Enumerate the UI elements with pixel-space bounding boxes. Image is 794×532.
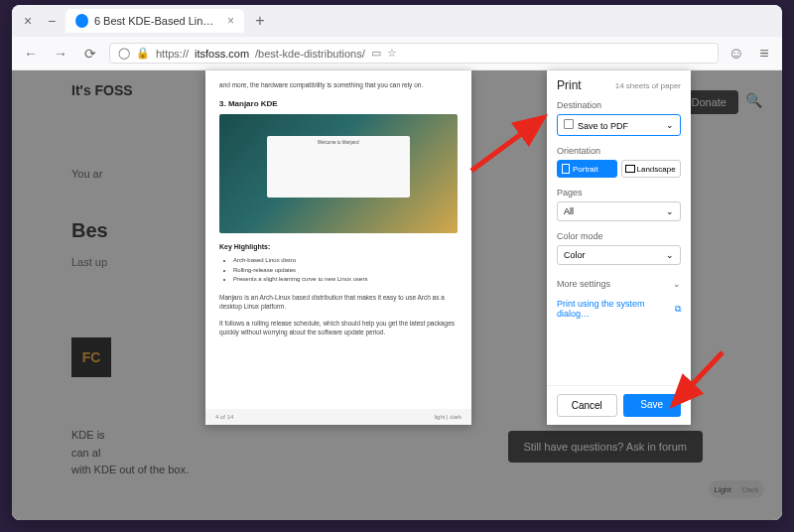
- url-bar: ← → ⟳ ◯ 🔒 https://itsfoss.com/best-kde-d…: [12, 37, 782, 70]
- print-title: Print: [557, 78, 582, 92]
- new-tab-button[interactable]: +: [248, 12, 272, 30]
- reader-icon[interactable]: ▭: [371, 47, 381, 60]
- preview-screenshot: Welcome to Manjaro!: [219, 114, 458, 233]
- preview-footer-right: light | dark: [434, 414, 462, 420]
- color-value: Color: [564, 250, 586, 260]
- portrait-button[interactable]: Portrait: [557, 160, 617, 178]
- bookmark-icon[interactable]: ☆: [387, 47, 397, 60]
- destination-value: Save to PDF: [578, 121, 628, 131]
- chevron-down-icon: ⌄: [666, 206, 674, 216]
- preview-text: Manjaro is an Arch-Linux based distribut…: [219, 293, 458, 311]
- preview-text: and more, the hardware compatibility is …: [219, 80, 458, 89]
- tab-bar: × − 6 Best KDE-Based Linux Di × +: [12, 5, 782, 37]
- url-prefix: https://: [156, 48, 189, 60]
- preview-text: It follows a rolling release schedule, w…: [219, 319, 458, 336]
- forward-button[interactable]: →: [50, 43, 71, 65]
- sheet-count: 14 sheets of paper: [615, 81, 681, 90]
- chevron-down-icon: ⌄: [666, 250, 674, 260]
- list-item: Presents a slight learning curve to new …: [233, 275, 458, 285]
- window-minimize-icon[interactable]: −: [42, 13, 62, 29]
- external-link-icon: ⧉: [675, 304, 681, 315]
- print-preview-pane[interactable]: and more, the hardware compatibility is …: [205, 70, 471, 425]
- pages-value: All: [564, 206, 574, 216]
- cancel-button[interactable]: Cancel: [557, 394, 617, 417]
- url-host: itsfoss.com: [195, 48, 249, 60]
- shield-icon: ◯: [118, 47, 130, 60]
- pdf-icon: [564, 119, 574, 129]
- portrait-icon: [562, 164, 570, 174]
- list-item: Rolling-release updates: [233, 266, 458, 276]
- browser-window: × − 6 Best KDE-Based Linux Di × + ← → ⟳ …: [12, 5, 782, 520]
- pages-label: Pages: [557, 188, 681, 198]
- system-dialog-link[interactable]: Print using the system dialog… ⧉: [557, 299, 681, 319]
- print-dialog: Print 14 sheets of paper Destination Sav…: [547, 70, 691, 425]
- chevron-down-icon: ⌄: [666, 120, 674, 130]
- back-button[interactable]: ←: [20, 43, 42, 65]
- reload-button[interactable]: ⟳: [79, 43, 101, 65]
- lock-icon: 🔒: [136, 47, 150, 60]
- more-settings-label: More settings: [557, 279, 610, 289]
- browser-tab[interactable]: 6 Best KDE-Based Linux Di ×: [66, 9, 244, 33]
- preview-heading: 3. Manjaro KDE: [219, 99, 458, 108]
- url-path: /best-kde-distributions/: [255, 48, 365, 60]
- preview-footer: 4 of 14 light | dark: [205, 409, 471, 425]
- list-item: Arch-based Linux distro: [233, 256, 458, 266]
- preview-subheading: Key Highlights:: [219, 243, 458, 250]
- save-button[interactable]: Save: [623, 394, 682, 417]
- destination-select[interactable]: Save to PDF ⌄: [557, 114, 681, 136]
- menu-icon[interactable]: ≡: [754, 44, 774, 64]
- tab-title: 6 Best KDE-Based Linux Di: [94, 15, 217, 27]
- window-close-icon[interactable]: ×: [18, 13, 38, 29]
- color-label: Color mode: [557, 231, 681, 241]
- chevron-down-icon: ⌄: [673, 279, 681, 289]
- preview-list: Arch-based Linux distro Rolling-release …: [219, 256, 458, 285]
- preview-dialog: Welcome to Manjaro!: [267, 136, 410, 198]
- pages-select[interactable]: All ⌄: [557, 201, 681, 221]
- orientation-label: Orientation: [557, 146, 681, 156]
- more-settings-toggle[interactable]: More settings ⌄: [557, 275, 681, 293]
- account-icon[interactable]: ☺: [727, 44, 746, 64]
- destination-label: Destination: [557, 100, 681, 110]
- landscape-button[interactable]: Landscape: [621, 160, 682, 178]
- tab-close-icon[interactable]: ×: [227, 14, 234, 28]
- page-indicator: 4 of 14: [215, 414, 233, 420]
- favicon-icon: [75, 14, 88, 28]
- landscape-icon: [625, 165, 635, 173]
- color-select[interactable]: Color ⌄: [557, 245, 681, 265]
- url-field[interactable]: ◯ 🔒 https://itsfoss.com/best-kde-distrib…: [109, 43, 719, 64]
